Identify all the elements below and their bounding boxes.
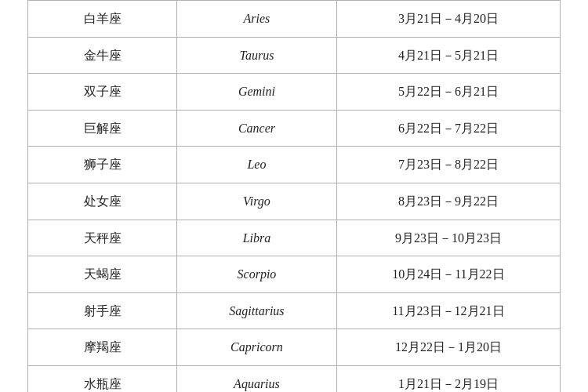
chinese-name: 摩羯座 (28, 329, 177, 366)
date-range: 12月22日－1月20日 (336, 329, 560, 366)
table-row: 射手座Sagittarius11月23日－12月21日 (28, 292, 561, 329)
english-name: Virgo (177, 183, 337, 220)
chinese-name: 巨解座 (28, 110, 177, 147)
chinese-name: 狮子座 (28, 147, 177, 183)
english-name: Capricorn (177, 329, 337, 366)
date-range: 4月21日－5月21日 (336, 37, 560, 74)
table-row: 处女座Virgo8月23日－9月22日 (28, 183, 561, 220)
table-row: 双子座Gemini5月22日－6月21日 (28, 74, 561, 111)
zodiac-table-container: 白羊座Aries3月21日－4月20日金牛座Taurus4月21日－5月21日双… (27, 0, 561, 392)
chinese-name: 水瓶座 (28, 365, 177, 392)
table-row: 摩羯座Capricorn12月22日－1月20日 (28, 329, 561, 366)
date-range: 10月24日－11月22日 (336, 256, 560, 293)
table-row: 金牛座Taurus4月21日－5月21日 (28, 37, 561, 74)
chinese-name: 射手座 (28, 292, 177, 329)
english-name: Libra (177, 220, 337, 256)
english-name: Aries (177, 1, 337, 38)
date-range: 9月23日－10月23日 (336, 220, 560, 256)
table-row: 白羊座Aries3月21日－4月20日 (28, 1, 561, 38)
table-row: 水瓶座Aquarius1月21日－2月19日 (28, 365, 561, 392)
table-row: 天蝎座Scorpio10月24日－11月22日 (28, 256, 561, 293)
date-range: 6月22日－7月22日 (336, 110, 560, 147)
table-row: 狮子座Leo7月23日－8月22日 (28, 147, 561, 183)
english-name: Leo (177, 147, 337, 183)
date-range: 1月21日－2月19日 (336, 365, 560, 392)
english-name: Aquarius (177, 365, 337, 392)
date-range: 8月23日－9月22日 (336, 183, 560, 220)
english-name: Taurus (177, 37, 337, 74)
date-range: 11月23日－12月21日 (336, 292, 560, 329)
english-name: Scorpio (177, 256, 337, 293)
english-name: Sagittarius (177, 292, 337, 329)
date-range: 7月23日－8月22日 (336, 147, 560, 183)
table-row: 天秤座Libra9月23日－10月23日 (28, 220, 561, 256)
table-row: 巨解座Cancer6月22日－7月22日 (28, 110, 561, 147)
chinese-name: 天蝎座 (28, 256, 177, 293)
chinese-name: 金牛座 (28, 37, 177, 74)
chinese-name: 双子座 (28, 74, 177, 111)
chinese-name: 处女座 (28, 183, 177, 220)
english-name: Gemini (177, 74, 337, 111)
english-name: Cancer (177, 110, 337, 147)
chinese-name: 白羊座 (28, 1, 177, 38)
date-range: 3月21日－4月20日 (336, 1, 560, 38)
chinese-name: 天秤座 (28, 220, 177, 256)
zodiac-table: 白羊座Aries3月21日－4月20日金牛座Taurus4月21日－5月21日双… (27, 0, 561, 392)
date-range: 5月22日－6月21日 (336, 74, 560, 111)
